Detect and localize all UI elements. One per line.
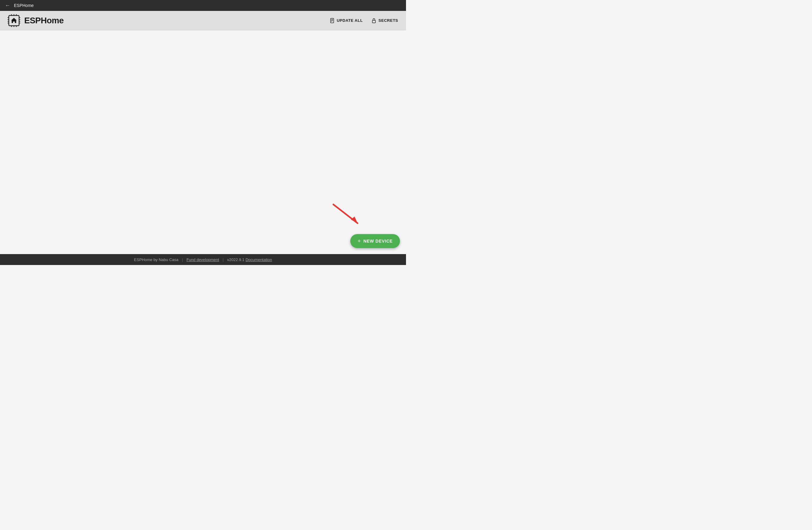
svg-marker-22 xyxy=(351,217,358,223)
svg-rect-20 xyxy=(372,20,376,23)
update-all-label: UPDATE ALL xyxy=(337,18,363,23)
footer-version: v2022.9.1 xyxy=(227,257,244,262)
browser-bar: ← ESPHome xyxy=(0,0,406,11)
svg-marker-15 xyxy=(11,18,17,23)
footer-text: ESPHome by Nabu Casa | Fund development … xyxy=(134,257,272,262)
update-icon xyxy=(329,18,335,23)
footer-sep1: | xyxy=(182,257,183,262)
browser-title: ESPHome xyxy=(14,3,34,8)
footer-prefix: ESPHome by Nabu Casa xyxy=(134,257,179,262)
back-button[interactable]: ← xyxy=(5,2,10,9)
secrets-label: SECRETS xyxy=(378,18,398,23)
esphome-logo-icon xyxy=(7,14,20,27)
footer-docs[interactable]: Documentation xyxy=(246,257,272,262)
header-actions: UPDATE ALL SECRETS xyxy=(329,17,399,25)
app-footer: ESPHome by Nabu Casa | Fund development … xyxy=(0,254,406,265)
new-device-label: NEW DEVICE xyxy=(363,239,393,243)
new-device-button[interactable]: + NEW DEVICE xyxy=(350,234,400,248)
arrow-annotation xyxy=(330,201,367,230)
plus-icon: + xyxy=(358,238,361,244)
app-header: ESPHome UPDATE ALL SECRETS xyxy=(0,11,406,30)
svg-line-21 xyxy=(333,204,358,223)
app-title: ESPHome xyxy=(24,16,63,26)
logo-area: ESPHome xyxy=(7,14,63,27)
footer-fund[interactable]: Fund development xyxy=(187,257,219,262)
secrets-button[interactable]: SECRETS xyxy=(371,17,399,25)
main-content: + NEW DEVICE xyxy=(0,30,406,254)
update-all-button[interactable]: UPDATE ALL xyxy=(329,17,363,25)
footer-sep2: | xyxy=(222,257,223,262)
lock-icon xyxy=(371,18,377,23)
